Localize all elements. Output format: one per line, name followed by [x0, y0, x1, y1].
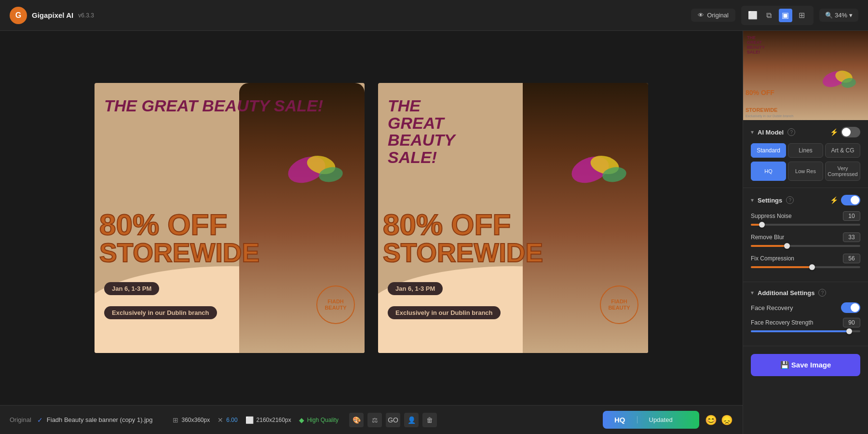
- ai-model-chevron-icon: ▾: [751, 129, 754, 136]
- fix-compression-fill: [751, 266, 812, 268]
- settings-toggle[interactable]: [841, 195, 860, 205]
- remove-blur-track[interactable]: [751, 245, 860, 247]
- fix-compression-value: 56: [843, 254, 860, 263]
- remove-blur-label: Remove Blur: [751, 234, 784, 241]
- additional-settings-chevron-icon: ▾: [751, 289, 754, 296]
- settings-lightning-icon: ⚡: [830, 196, 838, 204]
- hq-badge: HQ Updated: [603, 411, 699, 429]
- filename-label: Fiadh Beauty sale banner (copy 1).jpg: [47, 416, 153, 423]
- model-lines-button[interactable]: Lines: [788, 143, 823, 158]
- fix-compression-label: Fix Compression: [751, 255, 794, 262]
- resolution-in-item: ⊞ 360x360px: [173, 416, 210, 424]
- face-recovery-strength-label-row: Face Recovery Strength 90: [751, 318, 860, 327]
- view-split-v-button[interactable]: ⧉: [762, 9, 776, 22]
- settings-title-row: ▾ Settings ?: [751, 196, 794, 204]
- thumbnail-preview: THEGREATBEAUTYSALE! 80% OFF STOREWIDE Ex…: [743, 31, 868, 120]
- face-recovery-strength-row: Face Recovery Strength 90: [751, 318, 860, 332]
- happy-emoji-button[interactable]: 😊: [705, 414, 717, 426]
- sad-emoji-button[interactable]: 😞: [721, 414, 733, 426]
- ai-model-section: ▾ AI Model ? ⚡ Standard Lines Art & CG H…: [743, 120, 868, 188]
- main-area: THE GREAT BEAUTY SALE! 80% OFF STOREWIDE…: [0, 31, 868, 434]
- ad-date-left: Jan 6, 1-3 PM: [104, 282, 159, 295]
- ad-location-right: Exclusively in our Dublin branch: [388, 306, 501, 319]
- filename-area: ✓ Fiadh Beauty sale banner (copy 1).jpg: [37, 416, 153, 424]
- remove-blur-row: Remove Blur 33: [751, 232, 860, 247]
- thumbnail-image: THEGREATBEAUTYSALE! 80% OFF STOREWIDE Ex…: [743, 31, 868, 120]
- save-image-button[interactable]: 💾 Save Image: [751, 354, 860, 376]
- ad-date-right: Jan 6, 1-3 PM: [388, 282, 443, 295]
- additional-settings-section: ▾ Additional Settings ? Face Recovery Fa…: [743, 282, 868, 346]
- ad-title-right: THEGREATBEAUTYSALE!: [388, 97, 455, 166]
- model-verycompressed-button[interactable]: Very Compressed: [825, 162, 860, 181]
- thumb-title-text: THEGREATBEAUTYSALE!: [747, 36, 765, 55]
- suppress-noise-label-row: Suppress Noise 10: [751, 211, 860, 221]
- face-recovery-strength-label: Face Recovery Strength: [751, 319, 813, 326]
- original-image: THE GREAT BEAUTY SALE! 80% OFF STOREWIDE…: [95, 83, 365, 353]
- model-lowres-button[interactable]: Low Res: [788, 162, 823, 181]
- face-recovery-strength-value: 90: [843, 318, 860, 327]
- resolution-out-value: 2160x2160px: [257, 417, 291, 423]
- thumb-store-text: STOREWIDE: [746, 107, 777, 113]
- settings-help-icon[interactable]: ?: [786, 196, 794, 204]
- additional-settings-help-icon[interactable]: ?: [818, 289, 826, 297]
- file-action-adjust[interactable]: ⚖: [367, 413, 382, 427]
- face-recovery-toggle[interactable]: [841, 302, 860, 313]
- enhanced-image: THEGREATBEAUTYSALE! 80% OFF STOREWIDE Ja…: [378, 83, 648, 353]
- suppress-noise-track[interactable]: [751, 224, 860, 226]
- ad-brand-left: FIADHBEAUTY: [316, 285, 355, 324]
- file-meta: ⊞ 360x360px ✕ 6.00 ⬜ 2160x2160px ◆ High …: [173, 416, 339, 424]
- thumb-sale-text: 80% OFF: [746, 89, 774, 96]
- remove-blur-label-row: Remove Blur 33: [751, 232, 860, 242]
- fix-compression-thumb: [809, 264, 815, 270]
- model-type-buttons: Standard Lines Art & CG: [751, 143, 860, 158]
- ai-model-toggle[interactable]: [841, 127, 860, 137]
- model-hq-button[interactable]: HQ: [751, 162, 786, 181]
- zoom-icon: 🔍: [825, 12, 833, 19]
- thumb-sub-text: Exclusively in our Dublin branch: [746, 114, 793, 118]
- suppress-noise-thumb: [759, 222, 765, 228]
- canvas-content: THE GREAT BEAUTY SALE! 80% OFF STOREWIDE…: [0, 31, 743, 405]
- file-action-color[interactable]: 🎨: [349, 413, 364, 427]
- remove-blur-thumb: [784, 243, 790, 249]
- ad-title-left: THE GREAT BEAUTY SALE!: [104, 97, 323, 115]
- original-image-panel: THE GREAT BEAUTY SALE! 80% OFF STOREWIDE…: [95, 83, 365, 353]
- settings-chevron-icon: ▾: [751, 197, 754, 203]
- fix-compression-track[interactable]: [751, 266, 860, 268]
- resolution-icon: ⊞: [173, 416, 178, 424]
- remove-blur-value: 33: [843, 232, 860, 242]
- output-icon: ⬜: [245, 416, 254, 424]
- zoom-dropdown-icon: ▾: [849, 12, 853, 19]
- view-controls: ⬜ ⧉ ▣ ⊞: [741, 6, 814, 25]
- ad-location-left: Exclusively in our Dublin branch: [104, 306, 217, 319]
- additional-settings-title-row: ▾ Additional Settings ?: [751, 289, 826, 297]
- remove-blur-fill: [751, 245, 787, 247]
- additional-settings-title: Additional Settings: [758, 289, 814, 297]
- view-single-button[interactable]: ⬜: [746, 9, 760, 22]
- file-action-go[interactable]: GO: [386, 413, 400, 427]
- file-action-delete[interactable]: 🗑: [422, 413, 437, 427]
- settings-header: ▾ Settings ? ⚡: [751, 195, 860, 205]
- settings-controls: ⚡: [830, 195, 860, 205]
- model-standard-button[interactable]: Standard: [751, 143, 786, 158]
- additional-settings-header: ▾ Additional Settings ?: [751, 289, 860, 297]
- face-recovery-strength-fill: [751, 330, 849, 332]
- view-grid-button[interactable]: ⊞: [795, 9, 809, 22]
- app-version: v6.3.3: [78, 12, 94, 19]
- suppress-noise-value: 10: [843, 211, 860, 221]
- zoom-level: 34%: [835, 12, 847, 19]
- view-split-h-button[interactable]: ▣: [779, 9, 792, 22]
- model-artcg-button[interactable]: Art & CG: [825, 143, 860, 158]
- original-button[interactable]: 👁 Original: [691, 9, 735, 22]
- eye-icon: 👁: [698, 12, 704, 19]
- resolution-in-value: 360x360px: [181, 417, 210, 423]
- ad-brand-right: FIADHBEAUTY: [600, 285, 638, 324]
- topbar: G Gigapixel AI v6.3.3 👁 Original ⬜ ⧉ ▣ ⊞…: [0, 0, 868, 31]
- fix-compression-label-row: Fix Compression 56: [751, 254, 860, 263]
- hq-label: HQ: [603, 416, 637, 424]
- scale-item: ✕ 6.00: [217, 416, 237, 424]
- face-recovery-label: Face Recovery: [751, 304, 793, 312]
- file-action-person[interactable]: 👤: [404, 413, 419, 427]
- ai-model-help-icon[interactable]: ?: [787, 128, 795, 136]
- face-recovery-strength-track[interactable]: [751, 330, 860, 332]
- ai-model-title-row: ▾ AI Model ?: [751, 128, 795, 136]
